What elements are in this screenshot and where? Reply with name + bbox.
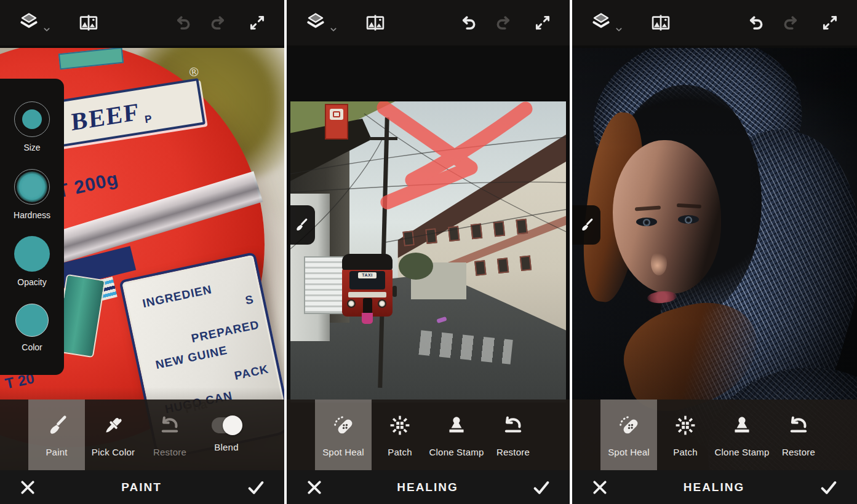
tool-label: Patch: [673, 447, 697, 457]
layers-icon: [304, 11, 327, 34]
cancel-button[interactable]: [305, 478, 324, 497]
tool-restore[interactable]: Restore: [770, 400, 827, 470]
expand-icon: [247, 13, 267, 33]
close-icon: [591, 478, 609, 497]
fullscreen-button[interactable]: [247, 13, 267, 33]
clone-stamp-icon: [444, 412, 469, 438]
photoshop-express-app: ® BEEF P T 200g M® INGREDIEN S PREPARED …: [0, 0, 857, 504]
before-after-icon: [78, 12, 100, 34]
restore-icon: [786, 412, 811, 438]
panel-divider: [284, 0, 287, 504]
top-toolbar: [287, 0, 570, 48]
hardness-ring: [14, 169, 50, 205]
redo-icon: [781, 13, 802, 33]
size-label: Size: [23, 143, 40, 152]
close-icon: [305, 478, 324, 497]
opacity-label: Opacity: [17, 277, 46, 287]
check-icon: [532, 478, 551, 497]
tool-spot-heal[interactable]: Spot Heal: [600, 400, 657, 470]
apply-button[interactable]: [819, 478, 839, 497]
before-after-button[interactable]: [650, 12, 672, 34]
undo-button[interactable]: [172, 13, 193, 33]
blend-toggle[interactable]: [212, 417, 241, 433]
undo-icon: [745, 13, 765, 33]
size-ring: [14, 101, 50, 137]
spot-heal-icon: [616, 412, 642, 438]
tool-restore[interactable]: Restore: [142, 400, 198, 470]
tool-paint[interactable]: Paint: [28, 400, 85, 470]
brush-size-control[interactable]: Size: [14, 101, 50, 152]
color-dot: [15, 304, 49, 337]
restore-icon: [500, 412, 526, 438]
clone-stamp-icon: [729, 412, 755, 438]
patch-icon: [672, 412, 698, 438]
expand-icon: [533, 13, 552, 33]
eyedropper-icon: [100, 412, 126, 438]
brush-settings-tab[interactable]: [287, 205, 315, 245]
brush-settings-tab[interactable]: [572, 205, 600, 245]
before-after-button[interactable]: [78, 12, 100, 34]
paint-tools-bar: Paint Pick Color Restore Blend: [0, 400, 284, 470]
redo-button[interactable]: [209, 13, 229, 33]
hardness-dot: [17, 171, 47, 202]
fullscreen-button[interactable]: [820, 13, 840, 33]
hardness-label: Hardness: [14, 210, 50, 220]
healing-tools-bar: Spot Heal Patch Clone Stamp Restore: [287, 400, 570, 470]
tool-pick-color[interactable]: Pick Color: [85, 400, 142, 470]
redo-button[interactable]: [494, 13, 514, 33]
tool-patch[interactable]: Patch: [657, 400, 714, 470]
brush-opacity-control[interactable]: Opacity: [14, 236, 50, 287]
panel-divider: [570, 0, 572, 504]
color-label: Color: [22, 342, 42, 352]
before-after-icon: [364, 12, 386, 34]
tool-clone-stamp[interactable]: Clone Stamp: [428, 400, 485, 470]
redo-button[interactable]: [781, 13, 802, 33]
layers-button[interactable]: [17, 11, 52, 34]
tool-label: Pick Color: [92, 447, 135, 457]
tool-blend[interactable]: Blend: [198, 400, 255, 470]
spot-heal-icon: [330, 412, 356, 438]
expand-icon: [820, 13, 840, 33]
tool-spot-heal[interactable]: Spot Heal: [315, 400, 372, 470]
tool-clone-stamp[interactable]: Clone Stamp: [714, 400, 770, 470]
tool-label: Restore: [782, 447, 815, 457]
size-dot: [22, 109, 42, 129]
healing-tools-bar: Spot Heal Patch Clone Stamp Restore: [572, 400, 857, 470]
layers-icon: [17, 11, 41, 34]
apply-button[interactable]: [246, 478, 266, 497]
mode-title: PAINT: [37, 481, 246, 494]
patch-icon: [387, 412, 413, 438]
cancel-button[interactable]: [591, 478, 609, 497]
fullscreen-button[interactable]: [533, 13, 552, 33]
undo-button[interactable]: [745, 13, 765, 33]
undo-icon: [458, 13, 478, 33]
brush-hardness-control[interactable]: Hardness: [14, 169, 50, 220]
cancel-button[interactable]: [18, 478, 37, 497]
tool-label: Clone Stamp: [429, 447, 484, 457]
layers-button[interactable]: [304, 11, 338, 34]
healing-title-bar: HEALING: [287, 470, 570, 504]
layers-icon: [589, 11, 613, 34]
before-after-button[interactable]: [364, 12, 386, 34]
brush-settings-panel: Size Hardness Opacity Color: [0, 79, 64, 375]
tool-label: Spot Heal: [322, 447, 364, 457]
chevron-down-icon: [42, 25, 52, 34]
panel-paint: ® BEEF P T 200g M® INGREDIEN S PREPARED …: [0, 0, 284, 504]
tool-patch[interactable]: Patch: [372, 400, 428, 470]
tool-label: Clone Stamp: [715, 447, 770, 457]
tool-label: Spot Heal: [608, 447, 650, 457]
panel-healing-portrait: Spot Heal Patch Clone Stamp Restore HEAL…: [572, 0, 857, 504]
apply-button[interactable]: [532, 478, 551, 497]
brush-color-control[interactable]: Color: [15, 304, 49, 352]
tool-label: Patch: [388, 447, 412, 457]
tool-restore[interactable]: Restore: [485, 400, 541, 470]
tool-label: Restore: [153, 447, 186, 457]
undo-button[interactable]: [458, 13, 478, 33]
undo-icon: [172, 13, 193, 33]
layers-button[interactable]: [589, 11, 624, 34]
photo-p-mark: P: [144, 113, 153, 127]
chevron-down-icon: [329, 25, 338, 34]
paintbrush-icon: [292, 216, 309, 234]
paintbrush-icon: [44, 412, 70, 438]
opacity-dot: [14, 236, 50, 272]
